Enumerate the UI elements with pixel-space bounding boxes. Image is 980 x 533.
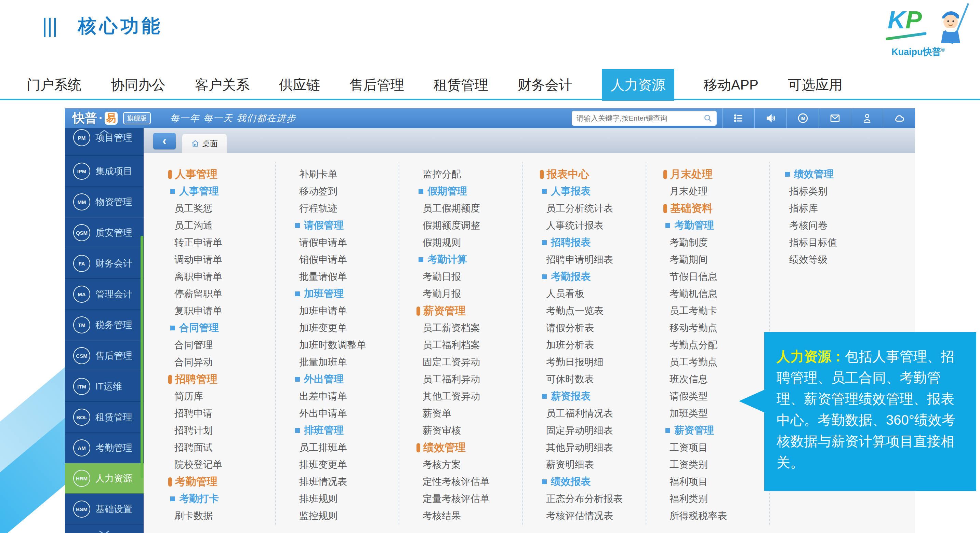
menu-item[interactable]: 定量考核评估单 bbox=[417, 490, 535, 508]
sidebar-item-csm[interactable]: CSM售后管理 bbox=[65, 340, 144, 371]
menu-item[interactable]: 薪资明细表 bbox=[540, 456, 658, 473]
menu-item[interactable]: 离职申请单 bbox=[168, 268, 286, 285]
menu-item[interactable]: 请假分析表 bbox=[540, 319, 658, 336]
menu-item[interactable]: 加班时数调整单 bbox=[293, 336, 411, 354]
menu-item[interactable]: 薪资单 bbox=[417, 405, 535, 422]
menu-item[interactable]: 监控规则 bbox=[293, 508, 411, 525]
menu-section-header[interactable]: 薪资管理 bbox=[663, 422, 781, 439]
menu-item[interactable]: 招聘面试 bbox=[168, 439, 286, 456]
menu-item[interactable]: 工资项目 bbox=[663, 439, 781, 456]
im-icon[interactable]: IM bbox=[786, 108, 819, 128]
menu-section-header[interactable]: 外出管理 bbox=[293, 371, 411, 388]
menu-item[interactable]: 排班情况表 bbox=[293, 473, 411, 490]
menu-item[interactable]: 刷卡数据 bbox=[168, 508, 286, 525]
menu-item[interactable]: 假期额度调整 bbox=[417, 217, 535, 234]
menu-item[interactable]: 指标库 bbox=[783, 200, 901, 217]
nav-tab-7[interactable]: 财务会计 bbox=[518, 76, 573, 94]
menu-section-header[interactable]: 绩效管理 bbox=[417, 439, 535, 456]
menu-section-header[interactable]: 人事管理 bbox=[168, 166, 286, 183]
nav-tab-10[interactable]: 可选应用 bbox=[788, 76, 843, 94]
menu-item[interactable]: 人事统计报表 bbox=[540, 217, 658, 234]
nav-tab-2[interactable]: 协同办公 bbox=[111, 76, 165, 94]
cloud-icon[interactable] bbox=[883, 108, 915, 128]
menu-section-header[interactable]: 月末处理 bbox=[663, 166, 781, 183]
menu-item[interactable]: 指标目标值 bbox=[783, 234, 901, 251]
menu-item[interactable]: 移动签到 bbox=[293, 183, 411, 200]
menu-item[interactable]: 行程轨迹 bbox=[293, 200, 411, 217]
menu-item[interactable]: 员工分析统计表 bbox=[540, 200, 658, 217]
menu-item[interactable]: 招聘计划 bbox=[168, 422, 286, 439]
menu-item[interactable]: 请假申请单 bbox=[293, 234, 411, 251]
menu-section-header[interactable]: 人事管理 bbox=[168, 183, 286, 200]
menu-section-header[interactable]: 绩效报表 bbox=[540, 473, 658, 490]
nav-tab-3[interactable]: 客户关系 bbox=[195, 76, 250, 94]
sidebar-item-ipm[interactable]: IPM集成项目 bbox=[65, 156, 144, 187]
menu-item[interactable]: 月末处理 bbox=[663, 183, 781, 200]
menu-item[interactable]: 考勤日报明细 bbox=[540, 354, 658, 371]
menu-item[interactable]: 工资类别 bbox=[663, 456, 781, 473]
menu-item[interactable]: 固定异动明细表 bbox=[540, 422, 658, 439]
menu-item[interactable]: 员工考勤点 bbox=[663, 354, 781, 371]
menu-item[interactable]: 员工考勤卡 bbox=[663, 302, 781, 319]
menu-item[interactable]: 停薪留职单 bbox=[168, 285, 286, 302]
menu-item[interactable]: 正态分布分析报表 bbox=[540, 490, 658, 508]
chevron-up-icon[interactable] bbox=[99, 130, 110, 136]
menu-item[interactable]: 合同管理 bbox=[168, 336, 286, 354]
menu-item[interactable]: 考勤月报 bbox=[417, 285, 535, 302]
menu-section-header[interactable]: 绩效管理 bbox=[783, 166, 901, 183]
menu-section-header[interactable]: 薪资管理 bbox=[417, 302, 535, 319]
menu-item[interactable]: 指标类别 bbox=[783, 183, 901, 200]
menu-item[interactable]: 人员看板 bbox=[540, 285, 658, 302]
back-button[interactable]: ‹ bbox=[153, 133, 176, 149]
menu-item[interactable]: 考勤日报 bbox=[417, 268, 535, 285]
sidebar-item-bsm[interactable]: BSM基础设置 bbox=[65, 494, 144, 525]
menu-item[interactable]: 补刷卡单 bbox=[293, 166, 411, 183]
menu-item[interactable]: 合同异动 bbox=[168, 354, 286, 371]
sidebar-item-pm[interactable]: PM项目管理 bbox=[65, 128, 144, 156]
menu-item[interactable]: 其他工资异动 bbox=[417, 388, 535, 405]
menu-item[interactable]: 复职申请单 bbox=[168, 302, 286, 319]
list-icon[interactable] bbox=[722, 108, 754, 128]
menu-item[interactable]: 定性考核评估单 bbox=[417, 473, 535, 490]
menu-item[interactable]: 员工沟通 bbox=[168, 217, 286, 234]
menu-item[interactable]: 假期规则 bbox=[417, 234, 535, 251]
menu-item[interactable]: 销假申请单 bbox=[293, 251, 411, 268]
menu-section-header[interactable]: 薪资报表 bbox=[540, 388, 658, 405]
menu-item[interactable]: 员工福利异动 bbox=[417, 371, 535, 388]
menu-item[interactable]: 移动考勤点 bbox=[663, 319, 781, 336]
menu-item[interactable]: 院校登记单 bbox=[168, 456, 286, 473]
menu-item[interactable]: 简历库 bbox=[168, 388, 286, 405]
menu-item[interactable]: 批量请假单 bbox=[293, 268, 411, 285]
sidebar-item-qsm[interactable]: QSM质安管理 bbox=[65, 217, 144, 248]
menu-item[interactable]: 招聘申请 bbox=[168, 405, 286, 422]
menu-item[interactable]: 绩效等级 bbox=[783, 251, 901, 268]
menu-section-header[interactable]: 合同管理 bbox=[168, 319, 286, 336]
menu-item[interactable]: 加班变更单 bbox=[293, 319, 411, 336]
menu-section-header[interactable]: 招聘管理 bbox=[168, 371, 286, 388]
menu-item[interactable]: 考核方案 bbox=[417, 456, 535, 473]
sidebar-item-hrm[interactable]: HRM人力资源 bbox=[65, 463, 144, 494]
sidebar-item-am[interactable]: AM考勤管理 bbox=[65, 433, 144, 463]
menu-item[interactable]: 考核评估情况表 bbox=[540, 508, 658, 525]
menu-item[interactable]: 节假日信息 bbox=[663, 268, 781, 285]
menu-item[interactable]: 监控分配 bbox=[417, 166, 535, 183]
menu-section-header[interactable]: 假期管理 bbox=[417, 183, 535, 200]
sidebar-item-bol[interactable]: BOL租赁管理 bbox=[65, 402, 144, 433]
menu-section-header[interactable]: 考勤管理 bbox=[663, 217, 781, 234]
menu-item[interactable]: 员工福利档案 bbox=[417, 336, 535, 354]
nav-tab-4[interactable]: 供应链 bbox=[279, 76, 320, 94]
search-input[interactable] bbox=[576, 114, 703, 123]
menu-item[interactable]: 员工假期额度 bbox=[417, 200, 535, 217]
menu-section-header[interactable]: 人事报表 bbox=[540, 183, 658, 200]
menu-item[interactable]: 考核结果 bbox=[417, 508, 535, 525]
sidebar-item-itm[interactable]: ITMIT运维 bbox=[65, 371, 144, 402]
menu-item[interactable]: 固定工资异动 bbox=[417, 354, 535, 371]
menu-section-header[interactable]: 排班管理 bbox=[293, 422, 411, 439]
sidebar-scrollbar[interactable] bbox=[140, 236, 143, 478]
nav-tab-8[interactable]: 人力资源 bbox=[602, 69, 674, 101]
menu-item[interactable]: 班次信息 bbox=[663, 371, 781, 388]
menu-item[interactable]: 排班规则 bbox=[293, 490, 411, 508]
sidebar-item-mm[interactable]: MM物资管理 bbox=[65, 187, 144, 217]
sidebar-item-fa[interactable]: FA财务会计 bbox=[65, 248, 144, 279]
menu-item[interactable]: 福利项目 bbox=[663, 473, 781, 490]
